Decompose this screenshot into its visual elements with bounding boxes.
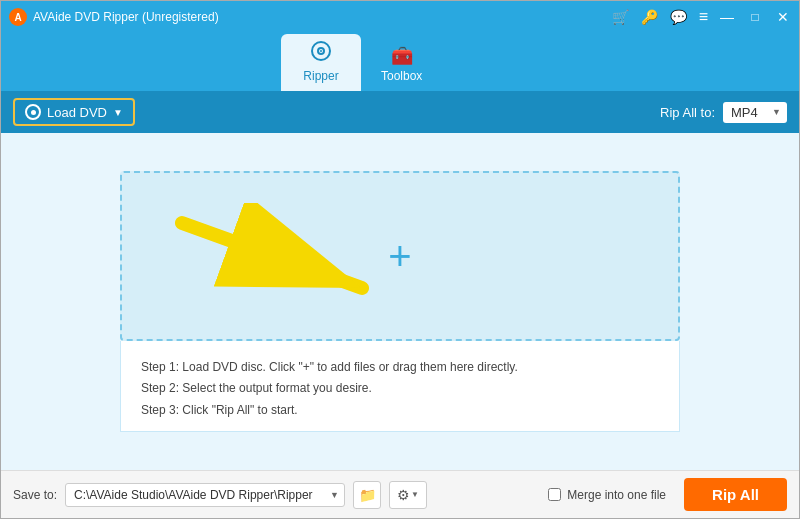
save-path-input[interactable] [65, 483, 345, 507]
step-1: Step 1: Load DVD disc. Click "+" to add … [141, 357, 659, 379]
minimize-button[interactable]: — [719, 9, 735, 25]
settings-button[interactable]: ⚙ ▼ [389, 481, 427, 509]
title-bar: A AVAide DVD Ripper (Unregistered) 🛒 🔑 💬… [1, 1, 799, 33]
svg-line-4 [182, 223, 362, 288]
svg-point-2 [320, 50, 322, 52]
drop-zone-container: + Step 1: Load DVD disc. Click "+" to ad… [120, 171, 680, 433]
ripper-tab-icon [310, 40, 332, 67]
tab-ripper[interactable]: Ripper [281, 34, 361, 91]
bottom-bar: Save to: 📁 ⚙ ▼ Merge into one file Rip A… [1, 470, 799, 518]
main-content: + Step 1: Load DVD disc. Click "+" to ad… [1, 133, 799, 470]
browse-folder-button[interactable]: 📁 [353, 481, 381, 509]
maximize-button[interactable]: □ [747, 9, 763, 25]
toolbox-tab-icon: 🧰 [391, 45, 413, 67]
folder-icon: 📁 [359, 487, 376, 503]
rip-all-to-section: Rip All to: MP4 MKV AVI MOV WMV [660, 102, 787, 123]
merge-checkbox-input[interactable] [548, 488, 561, 501]
cart-icon[interactable]: 🛒 [612, 9, 629, 25]
save-path-wrapper [65, 483, 345, 507]
toolbar: Load DVD ▼ Rip All to: MP4 MKV AVI MOV W… [1, 91, 799, 133]
merge-label: Merge into one file [567, 488, 666, 502]
steps-area: Step 1: Load DVD disc. Click "+" to add … [120, 341, 680, 433]
rip-all-to-select-wrapper: MP4 MKV AVI MOV WMV [723, 102, 787, 123]
load-dvd-label: Load DVD [47, 105, 107, 120]
ripper-tab-label: Ripper [303, 69, 338, 83]
disc-icon [25, 104, 41, 120]
save-to-label: Save to: [13, 488, 57, 502]
rip-all-button[interactable]: Rip All [684, 478, 787, 511]
app-title: AVAide DVD Ripper (Unregistered) [33, 10, 219, 24]
merge-checkbox-label[interactable]: Merge into one file [548, 488, 666, 502]
plus-icon: + [388, 236, 411, 276]
step-2: Step 2: Select the output format you des… [141, 378, 659, 400]
window-controls: 🛒 🔑 💬 ≡ — □ ✕ [612, 8, 791, 26]
key-icon[interactable]: 🔑 [641, 9, 658, 25]
tab-toolbox[interactable]: 🧰 Toolbox [361, 39, 442, 91]
gear-icon: ⚙ [397, 487, 410, 503]
step-3: Step 3: Click "Rip All" to start. [141, 400, 659, 422]
app-icon: A [9, 8, 27, 26]
rip-all-to-select[interactable]: MP4 MKV AVI MOV WMV [723, 102, 787, 123]
load-dvd-button[interactable]: Load DVD ▼ [13, 98, 135, 126]
chat-icon[interactable]: 💬 [670, 9, 687, 25]
toolbox-tab-label: Toolbox [381, 69, 422, 83]
close-button[interactable]: ✕ [775, 9, 791, 25]
title-bar-left: A AVAide DVD Ripper (Unregistered) [9, 8, 219, 26]
load-dvd-chevron: ▼ [113, 107, 123, 118]
drop-zone[interactable]: + [120, 171, 680, 341]
menu-icon[interactable]: ≡ [699, 8, 707, 26]
disc-inner [31, 110, 36, 115]
rip-all-to-label: Rip All to: [660, 105, 715, 120]
nav-tabs: Ripper 🧰 Toolbox [1, 33, 799, 91]
settings-chevron: ▼ [411, 490, 419, 499]
